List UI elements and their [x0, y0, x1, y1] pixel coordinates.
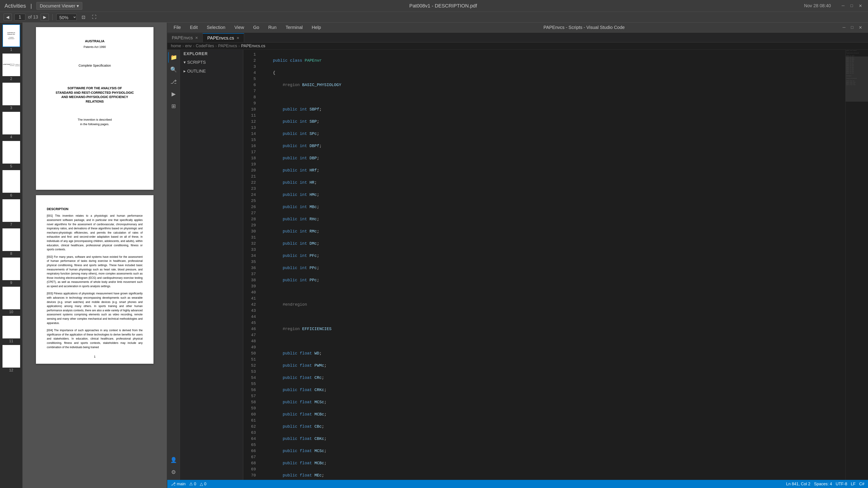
separator-1: | [31, 3, 32, 9]
sidebar-scripts-section: ▾ SCRIPTS [180, 58, 243, 67]
doc-area: AUSTRALIA Patents Act 1990 Complete Spec… [23, 23, 167, 488]
thumb-12[interactable]: 12 [1, 345, 21, 372]
code-line-9: public int DBP; [263, 155, 842, 161]
vscode-restore-icon[interactable]: □ [849, 24, 855, 31]
code-line-12: public int HMc; [263, 192, 842, 198]
thumb-10[interactable]: 10 [1, 287, 21, 314]
activity-explorer[interactable]: 📁 [168, 52, 179, 63]
activity-search[interactable]: 🔍 [168, 64, 179, 75]
activity-bar: 📁 🔍 ⎇ ▶ ⊞ 👤 ⚙ [167, 50, 180, 480]
page1-spec-type: Complete Specification [47, 63, 143, 68]
code-line-32: public float CBKc; [263, 436, 842, 442]
thumb-1[interactable]: AUSTRALIAPatents Act CompleteSpecificati… [1, 24, 21, 52]
status-errors[interactable]: ⚠ 0 [189, 482, 196, 486]
code-line-19: public int PPc; [263, 277, 842, 283]
menu-go[interactable]: Go [251, 24, 261, 31]
activity-settings[interactable]: ⚙ [168, 467, 179, 478]
restore-icon[interactable]: □ [848, 3, 855, 9]
code-line-17: public int PFc; [263, 253, 842, 259]
pdf-toolbar: ◀ of 13 ▶ 25% 50% 75% 100% 150% ⊡ ⛶ [0, 12, 868, 23]
fit-page-btn[interactable]: ⊡ [79, 13, 88, 21]
code-line-6: public int SBP; [263, 119, 842, 125]
breadcrumb-file[interactable]: PAPEnvcs.cs [241, 43, 266, 48]
prev-page-btn[interactable]: ◀ [4, 13, 12, 21]
code-line-11: public int HR; [263, 180, 842, 186]
vscode-breadcrumb: home › env › CodeFiles › PAPEnvcs › PAPE… [167, 42, 868, 50]
tab-close-2[interactable]: ✕ [237, 36, 239, 40]
thumb-6[interactable]: 6 [1, 170, 21, 197]
vscode-minimize-icon[interactable]: ─ [841, 24, 847, 31]
minimap: public class PAPEnvr { #region BASIC_PHY… [845, 50, 868, 480]
tab-papenvcs-cs[interactable]: PAPEnvcs.cs ✕ [203, 33, 244, 42]
vscode-sidebar: EXPLORER ▾ SCRIPTS ▸ OUTLINE [180, 50, 243, 480]
doc-viewer-btn[interactable]: Document Viewer ▾ [36, 2, 82, 10]
activity-accounts[interactable]: 👤 [168, 455, 179, 465]
thumb-2[interactable]: DESCRIPTION [001] This invention... rela… [1, 54, 21, 81]
minimize-icon[interactable]: ─ [840, 3, 846, 9]
breadcrumb-env[interactable]: env [185, 43, 192, 48]
page1-country: AUSTRALIA [47, 38, 143, 44]
code-line-26: public float PWMc; [263, 363, 842, 369]
thumb-11[interactable]: 11 [1, 316, 21, 343]
code-line-35: public float MEc; [263, 473, 842, 479]
top-bar: Activities | Document Viewer ▾ Pat008v1 … [0, 0, 868, 12]
page-number-input[interactable] [14, 14, 25, 21]
status-language[interactable]: C# [859, 482, 864, 486]
status-line-ending[interactable]: LF [851, 482, 856, 486]
code-line-23: #region EFFICIENCIES [263, 326, 842, 332]
thumb-9[interactable]: 9 [1, 258, 21, 285]
status-encoding[interactable]: UTF-8 [836, 482, 847, 486]
thumb-7[interactable]: 7 [1, 199, 21, 227]
breadcrumb-papenvcs[interactable]: PAPEnvcs [218, 43, 237, 48]
next-page-btn[interactable]: ▶ [41, 13, 49, 21]
window-controls: ─ □ ✕ [840, 3, 864, 9]
status-spaces[interactable]: Spaces: 4 [814, 482, 832, 486]
code-editor[interactable]: public class PAPEnvr { #region BASIC_PHY… [259, 50, 845, 480]
page1-invention: The invention is described in the follow… [47, 118, 143, 127]
menu-run[interactable]: Run [267, 24, 278, 31]
tab-close-1[interactable]: ✕ [195, 36, 198, 40]
thumb-3[interactable]: 3 [1, 83, 21, 110]
menu-help[interactable]: Help [310, 24, 323, 31]
status-ln-col[interactable]: Ln 841, Col 2 [786, 482, 810, 486]
thumb-4[interactable]: 4 [1, 112, 21, 139]
para2: [002] For many years, software and syste… [47, 255, 143, 289]
zoom-select[interactable]: 25% 50% 75% 100% 150% [56, 14, 76, 21]
sidebar-scripts-title[interactable]: ▾ SCRIPTS [180, 59, 243, 66]
code-line-3: #region BASIC_PHYSIOLOGY [263, 82, 842, 88]
tab-papenvcs[interactable]: PAPEnvcs ✕ [167, 33, 203, 42]
menu-selection[interactable]: Selection [205, 24, 227, 31]
close-icon[interactable]: ✕ [857, 3, 864, 9]
menu-view[interactable]: View [232, 24, 246, 31]
breadcrumb-home[interactable]: home [171, 43, 181, 48]
thumb-5[interactable]: 5 [1, 141, 21, 168]
para4: [004] The importance of such approaches … [47, 328, 143, 349]
thumbnail-panel: AUSTRALIAPatents Act CompleteSpecificati… [0, 23, 23, 488]
vscode-close-icon[interactable]: ✕ [857, 24, 864, 31]
menu-terminal[interactable]: Terminal [284, 24, 305, 31]
status-branch[interactable]: ⎇ main [171, 482, 186, 486]
code-line-34: public float MCBc; [263, 460, 842, 466]
menu-edit[interactable]: Edit [188, 24, 199, 31]
status-warnings[interactable]: △ 0 [200, 482, 206, 486]
code-line-7: public int SPc; [263, 131, 842, 137]
page-of-label: of 13 [28, 14, 38, 20]
code-line-22 [263, 314, 842, 320]
activity-debug[interactable]: ▶ [168, 89, 179, 99]
breadcrumb-codefiles[interactable]: CodeFiles [196, 43, 214, 48]
fullscreen-btn[interactable]: ⛶ [90, 13, 98, 21]
vscode-panel: File Edit Selection View Go Run Terminal… [167, 23, 868, 488]
code-line-18: public int PPc; [263, 265, 842, 271]
para3: [003] Fitness applications of physiologi… [47, 291, 143, 325]
thumb-8[interactable]: 8 [1, 228, 21, 256]
activity-extensions[interactable]: ⊞ [168, 101, 179, 111]
code-line-2: { [263, 70, 842, 76]
activity-git[interactable]: ⎇ [168, 76, 179, 87]
pdf-center-title: Pat008v1 - DESCRIPTION.pdf [87, 3, 800, 9]
sidebar-outline-title[interactable]: ▸ OUTLINE [180, 68, 243, 74]
menu-file[interactable]: File [172, 24, 183, 31]
page1-act: Patents Act 1990 [47, 45, 143, 50]
code-line-30: public float MCBc; [263, 412, 842, 418]
sidebar-outline-section: ▸ OUTLINE [180, 67, 243, 75]
code-line-4 [263, 94, 842, 100]
